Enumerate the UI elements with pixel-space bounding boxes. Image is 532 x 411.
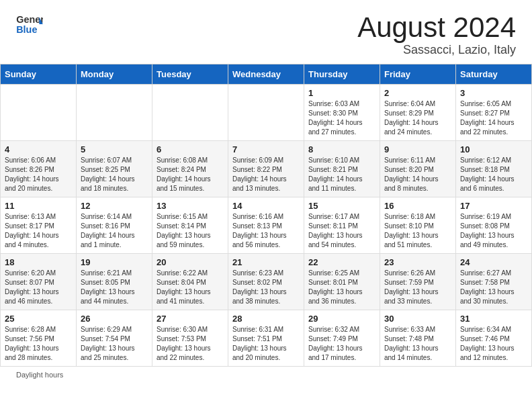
- day-info: Sunrise: 6:28 AM Sunset: 7:56 PM Dayligh…: [5, 325, 72, 363]
- calendar-cell: 17Sunrise: 6:19 AM Sunset: 8:08 PM Dayli…: [456, 197, 532, 254]
- day-number: 7: [232, 144, 300, 154]
- header: General Blue August 2024 Sassacci, Lazio…: [0, 0, 532, 64]
- day-info: Sunrise: 6:04 AM Sunset: 8:29 PM Dayligh…: [384, 99, 451, 137]
- page-wrapper: General Blue August 2024 Sassacci, Lazio…: [0, 0, 532, 383]
- day-info: Sunrise: 6:11 AM Sunset: 8:20 PM Dayligh…: [384, 156, 451, 193]
- day-number: 29: [308, 314, 375, 324]
- footer: Daylight hours: [0, 367, 532, 383]
- day-number: 30: [384, 314, 451, 324]
- day-number: 16: [384, 201, 451, 211]
- calendar-cell: 22Sunrise: 6:25 AM Sunset: 8:01 PM Dayli…: [304, 254, 380, 310]
- day-info: Sunrise: 6:22 AM Sunset: 8:04 PM Dayligh…: [157, 269, 224, 306]
- calendar-cell: 30Sunrise: 6:33 AM Sunset: 7:48 PM Dayli…: [380, 310, 456, 367]
- calendar-cell: 5Sunrise: 6:07 AM Sunset: 8:25 PM Daylig…: [77, 141, 152, 197]
- calendar-cell: 13Sunrise: 6:15 AM Sunset: 8:14 PM Dayli…: [152, 197, 228, 254]
- calendar-cell: [1, 85, 77, 141]
- day-info: Sunrise: 6:21 AM Sunset: 8:05 PM Dayligh…: [81, 269, 148, 306]
- calendar-cell: 9Sunrise: 6:11 AM Sunset: 8:20 PM Daylig…: [380, 141, 456, 197]
- day-number: 21: [232, 257, 300, 267]
- calendar-week-row: 1Sunrise: 6:03 AM Sunset: 8:30 PM Daylig…: [1, 85, 532, 141]
- page-subtitle: Sassacci, Lazio, Italy: [357, 43, 516, 57]
- calendar-cell: 6Sunrise: 6:08 AM Sunset: 8:24 PM Daylig…: [152, 141, 228, 197]
- calendar-cell: 15Sunrise: 6:17 AM Sunset: 8:11 PM Dayli…: [304, 197, 380, 254]
- calendar-cell: 20Sunrise: 6:22 AM Sunset: 8:04 PM Dayli…: [152, 254, 228, 310]
- day-info: Sunrise: 6:33 AM Sunset: 7:48 PM Dayligh…: [384, 325, 451, 363]
- day-info: Sunrise: 6:34 AM Sunset: 7:46 PM Dayligh…: [460, 325, 527, 363]
- logo-icon: General Blue: [16, 12, 43, 36]
- weekday-header-sunday: Sunday: [1, 64, 77, 85]
- calendar-cell: [77, 85, 152, 141]
- day-number: 14: [232, 201, 300, 211]
- calendar-header: SundayMondayTuesdayWednesdayThursdayFrid…: [1, 64, 532, 85]
- calendar-week-row: 25Sunrise: 6:28 AM Sunset: 7:56 PM Dayli…: [1, 310, 532, 367]
- weekday-header-wednesday: Wednesday: [228, 64, 304, 85]
- day-info: Sunrise: 6:15 AM Sunset: 8:14 PM Dayligh…: [157, 212, 224, 250]
- day-info: Sunrise: 6:12 AM Sunset: 8:18 PM Dayligh…: [460, 156, 527, 193]
- day-number: 1: [308, 88, 375, 98]
- day-number: 9: [384, 144, 451, 154]
- day-number: 15: [308, 201, 375, 211]
- page-title: August 2024: [357, 12, 516, 43]
- day-number: 11: [5, 201, 72, 211]
- day-number: 18: [5, 257, 72, 267]
- calendar-cell: 25Sunrise: 6:28 AM Sunset: 7:56 PM Dayli…: [1, 310, 77, 367]
- calendar-cell: 16Sunrise: 6:18 AM Sunset: 8:10 PM Dayli…: [380, 197, 456, 254]
- day-number: 8: [308, 144, 375, 154]
- calendar-cell: 8Sunrise: 6:10 AM Sunset: 8:21 PM Daylig…: [304, 141, 380, 197]
- day-number: 19: [81, 257, 148, 267]
- calendar-cell: 18Sunrise: 6:20 AM Sunset: 8:07 PM Dayli…: [1, 254, 77, 310]
- day-number: 22: [308, 257, 375, 267]
- day-info: Sunrise: 6:13 AM Sunset: 8:17 PM Dayligh…: [5, 212, 72, 250]
- calendar-body: 1Sunrise: 6:03 AM Sunset: 8:30 PM Daylig…: [1, 85, 532, 367]
- weekday-header-row: SundayMondayTuesdayWednesdayThursdayFrid…: [1, 64, 532, 85]
- day-info: Sunrise: 6:19 AM Sunset: 8:08 PM Dayligh…: [460, 212, 527, 250]
- day-number: 26: [81, 314, 148, 324]
- day-info: Sunrise: 6:09 AM Sunset: 8:22 PM Dayligh…: [232, 156, 300, 193]
- calendar-cell: 21Sunrise: 6:23 AM Sunset: 8:02 PM Dayli…: [228, 254, 304, 310]
- day-info: Sunrise: 6:08 AM Sunset: 8:24 PM Dayligh…: [157, 156, 224, 193]
- day-number: 20: [157, 257, 224, 267]
- weekday-header-monday: Monday: [77, 64, 152, 85]
- day-number: 2: [384, 88, 451, 98]
- calendar-cell: 31Sunrise: 6:34 AM Sunset: 7:46 PM Dayli…: [456, 310, 532, 367]
- calendar-cell: 3Sunrise: 6:05 AM Sunset: 8:27 PM Daylig…: [456, 85, 532, 141]
- logo: General Blue: [16, 12, 43, 36]
- day-info: Sunrise: 6:05 AM Sunset: 8:27 PM Dayligh…: [460, 99, 527, 137]
- day-info: Sunrise: 6:16 AM Sunset: 8:13 PM Dayligh…: [232, 212, 300, 250]
- day-number: 28: [232, 314, 300, 324]
- day-number: 27: [157, 314, 224, 324]
- day-info: Sunrise: 6:06 AM Sunset: 8:26 PM Dayligh…: [5, 156, 72, 193]
- day-number: 13: [157, 201, 224, 211]
- weekday-header-tuesday: Tuesday: [152, 64, 228, 85]
- calendar-cell: 4Sunrise: 6:06 AM Sunset: 8:26 PM Daylig…: [1, 141, 77, 197]
- day-number: 12: [81, 201, 148, 211]
- calendar-week-row: 4Sunrise: 6:06 AM Sunset: 8:26 PM Daylig…: [1, 141, 532, 197]
- calendar-cell: 29Sunrise: 6:32 AM Sunset: 7:49 PM Dayli…: [304, 310, 380, 367]
- day-number: 31: [460, 314, 527, 324]
- day-info: Sunrise: 6:20 AM Sunset: 8:07 PM Dayligh…: [5, 269, 72, 306]
- day-info: Sunrise: 6:14 AM Sunset: 8:16 PM Dayligh…: [81, 212, 148, 250]
- day-number: 23: [384, 257, 451, 267]
- calendar-cell: 23Sunrise: 6:26 AM Sunset: 7:59 PM Dayli…: [380, 254, 456, 310]
- calendar-cell: [228, 85, 304, 141]
- day-number: 24: [460, 257, 527, 267]
- day-info: Sunrise: 6:27 AM Sunset: 7:58 PM Dayligh…: [460, 269, 527, 306]
- calendar-cell: 10Sunrise: 6:12 AM Sunset: 8:18 PM Dayli…: [456, 141, 532, 197]
- day-info: Sunrise: 6:29 AM Sunset: 7:54 PM Dayligh…: [81, 325, 148, 363]
- weekday-header-saturday: Saturday: [456, 64, 532, 85]
- calendar-cell: 1Sunrise: 6:03 AM Sunset: 8:30 PM Daylig…: [304, 85, 380, 141]
- day-number: 25: [5, 314, 72, 324]
- day-number: 5: [81, 144, 148, 154]
- calendar-cell: 26Sunrise: 6:29 AM Sunset: 7:54 PM Dayli…: [77, 310, 152, 367]
- calendar-week-row: 11Sunrise: 6:13 AM Sunset: 8:17 PM Dayli…: [1, 197, 532, 254]
- title-block: August 2024 Sassacci, Lazio, Italy: [357, 12, 516, 57]
- day-info: Sunrise: 6:07 AM Sunset: 8:25 PM Dayligh…: [81, 156, 148, 193]
- weekday-header-thursday: Thursday: [304, 64, 380, 85]
- day-info: Sunrise: 6:26 AM Sunset: 7:59 PM Dayligh…: [384, 269, 451, 306]
- day-number: 6: [157, 144, 224, 154]
- day-info: Sunrise: 6:32 AM Sunset: 7:49 PM Dayligh…: [308, 325, 375, 363]
- day-info: Sunrise: 6:30 AM Sunset: 7:53 PM Dayligh…: [157, 325, 224, 363]
- calendar-table: SundayMondayTuesdayWednesdayThursdayFrid…: [0, 64, 532, 367]
- day-info: Sunrise: 6:17 AM Sunset: 8:11 PM Dayligh…: [308, 212, 375, 250]
- day-number: 4: [5, 144, 72, 154]
